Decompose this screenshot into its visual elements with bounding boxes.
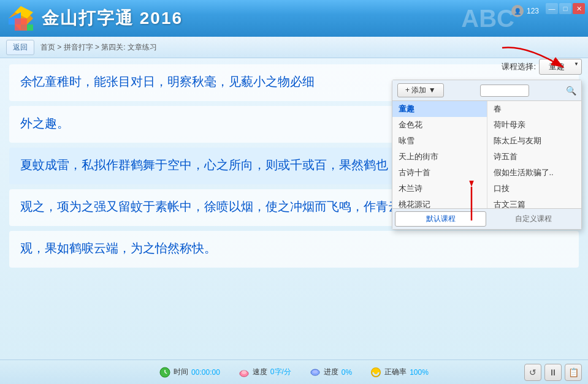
- speed-label: 速度: [253, 367, 267, 377]
- status-controls: ↺ ⏸ 📋: [524, 364, 582, 381]
- list-item[interactable]: 天上的街市: [392, 149, 487, 165]
- list-item[interactable]: 春: [487, 101, 582, 117]
- text-line-1: 余忆童稚时，能张目对日，明察秋毫，见藐小之物必细: [20, 75, 315, 88]
- list-item[interactable]: 古文三篇: [487, 197, 582, 208]
- list-item[interactable]: 陈太丘与友期: [487, 133, 582, 149]
- list-item[interactable]: 口技: [487, 181, 582, 197]
- course-search-input[interactable]: [480, 85, 529, 97]
- accuracy-label: 正确率: [384, 367, 407, 377]
- progress-label: 进度: [324, 367, 338, 377]
- list-item[interactable]: 咏雪: [392, 133, 487, 149]
- text-line-2: 外之趣。: [20, 116, 69, 130]
- svg-point-14: [313, 370, 318, 373]
- accuracy-icon: [370, 367, 381, 378]
- logo-icon: [6, 4, 36, 33]
- dropdown-right-column[interactable]: 春 荷叶母亲 陈太丘与友期 诗五首 假如生活欺骗了.. 口技 古文三篇 杜甫诗三…: [487, 101, 582, 208]
- dropdown-columns: 童趣 金色花 咏雪 天上的街市 古诗十首 木兰诗 桃花源记 古文四篇 春 荷叶母…: [392, 101, 581, 208]
- status-bar: 时间 00:00:00 速度 0字/分 进度 0% 正确率 100% ↺ ⏸ 📋: [0, 360, 588, 384]
- list-item[interactable]: 金色花: [392, 117, 487, 133]
- back-button[interactable]: 返回: [6, 40, 34, 55]
- list-item[interactable]: 古诗十首: [392, 165, 487, 181]
- search-icon: 🔍: [566, 86, 576, 96]
- text-line-3: 夏蚊成雷，私拟作群鹤舞于空中，心之所向，则或千或百，果然鹤也；昂首: [20, 158, 425, 171]
- user-avatar: 👤: [511, 5, 524, 17]
- add-course-button[interactable]: + 添加 ▼: [397, 83, 444, 97]
- course-dropdown-menu: + 添加 ▼ 🔍 童趣 金色花 咏雪 天上的街市 古诗十首 木兰诗 桃花源记 古…: [392, 80, 582, 230]
- breadcrumb-text: 首页 > 拼音打字 > 第四关: 文章练习: [40, 43, 157, 51]
- window-controls: — □ ✕: [546, 3, 585, 14]
- arrow-indicator-2: [462, 181, 481, 224]
- text-line-4: 观之，项为之强又留蚊于素帐中，徐喷以烟，使之冲烟而飞鸣，作青云白鹤: [20, 200, 425, 213]
- time-value: 00:00:00: [191, 368, 220, 377]
- app-title: 金山打字通 2016: [42, 7, 183, 30]
- list-item[interactable]: 诗五首: [487, 149, 582, 165]
- list-item[interactable]: 假如生活欺骗了..: [487, 165, 582, 181]
- speed-value: 0字/分: [270, 367, 291, 377]
- restart-button[interactable]: ↺: [524, 364, 541, 381]
- status-time: 时间 00:00:00: [159, 367, 220, 378]
- time-label: 时间: [174, 367, 188, 377]
- bg-abc: ABC: [461, 0, 514, 37]
- dropdown-header: + 添加 ▼ 🔍: [392, 80, 581, 101]
- accuracy-value: 100%: [410, 368, 429, 377]
- report-button[interactable]: 📋: [565, 364, 582, 381]
- progress-icon: [310, 367, 321, 378]
- status-speed: 速度 0字/分: [239, 367, 291, 378]
- svg-point-16: [374, 371, 378, 374]
- svg-point-12: [242, 371, 246, 374]
- list-item[interactable]: 童趣: [392, 101, 487, 117]
- time-icon: [159, 367, 170, 378]
- status-progress: 进度 0%: [310, 367, 352, 378]
- progress-value: 0%: [342, 368, 352, 377]
- list-item[interactable]: 荷叶母亲: [487, 117, 582, 133]
- speed-icon: [239, 367, 250, 378]
- title-bar: 金山打字通 2016 ABC 👤 123 — □ ✕: [0, 0, 588, 37]
- maximize-button[interactable]: □: [559, 3, 571, 14]
- text-block-5: 观，果如鹤唳云端，为之怡然称快。: [9, 231, 579, 268]
- arrow-indicator-1: [496, 42, 576, 75]
- minimize-button[interactable]: —: [546, 3, 558, 14]
- close-button[interactable]: ✕: [573, 3, 585, 14]
- pause-button[interactable]: ⏸: [544, 364, 562, 381]
- status-accuracy: 正确率 100%: [370, 367, 429, 378]
- user-count: 123: [527, 7, 539, 15]
- text-line-5: 观，果如鹤唳云端，为之怡然称快。: [20, 241, 216, 255]
- user-area: 👤 123: [511, 5, 539, 17]
- dropdown-footer: 默认课程 自定义课程: [392, 208, 581, 229]
- svg-marker-4: [15, 18, 27, 31]
- custom-course-tab[interactable]: 自定义课程: [487, 211, 579, 227]
- breadcrumb: 首页 > 拼音打字 > 第四关: 文章练习: [40, 42, 157, 53]
